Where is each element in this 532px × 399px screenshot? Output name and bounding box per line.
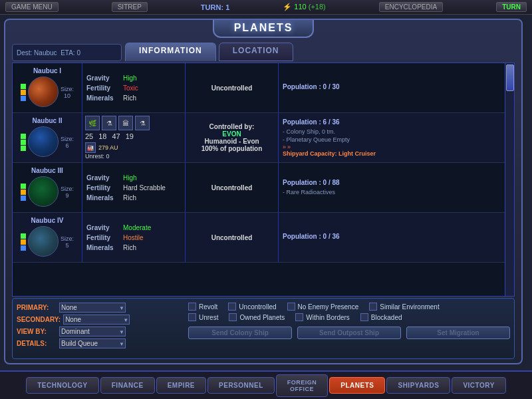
action-buttons: Send Colony Ship Send Outpost Ship Set M… [188,327,510,339]
bottom-controls: PRIMARY: None ▼ SECONDARY: None [12,298,515,359]
minerals-value: Rich [123,94,136,102]
checkbox-box[interactable] [287,303,295,311]
nav-tab-foreign-office[interactable]: FOREIGNOFFICE [276,374,329,397]
checkbox-box[interactable] [188,313,196,321]
population-text: Population : 0 / 88 [283,179,510,186]
nav-tab-personnel[interactable]: PERSONNEL [207,377,275,394]
navigation-row: Dest: Naubuc ETA: 0 [12,44,122,61]
planet-icon2: 🏭 [85,142,96,153]
fertility-bar [21,90,26,95]
main-area: PLANETS Dest: Naubuc ETA: 0 INFORMATION … [0,15,532,370]
planets-panel: PLANETS Dest: Naubuc ETA: 0 INFORMATION … [4,19,523,364]
send-outpost-ship-button[interactable]: Send Outpost Ship [297,327,401,339]
nav-tab-shipyards[interactable]: SHIPYARDS [386,377,450,394]
planet-image-cell: Naubuc IV Size: 5 [13,213,82,262]
env-bars [21,184,26,201]
checkbox-label: Unrest [199,314,218,321]
unrest-checkbox[interactable]: Unrest [188,313,218,321]
blockaded-checkbox[interactable]: Blockaded [360,313,402,321]
au-distance: 279 AU [98,144,118,151]
gravity-value: High [123,74,137,82]
nav-dest: Dest: Naubuc [17,49,57,57]
control-status: Uncontrolled [211,84,253,92]
resource-icon: ⚡ [283,3,292,11]
resource-change: (+18) [309,3,326,11]
nav-tab-finance[interactable]: FINANCE [100,377,155,394]
checkbox-box[interactable] [228,303,236,311]
fertility-bar [21,190,26,195]
research-icon: ⚗ [135,116,150,130]
minerals-value: Rich [123,194,136,201]
mineral-bar [21,245,26,251]
no-enemy-checkbox[interactable]: No Enemy Presence [287,303,359,311]
nav-tab-planets[interactable]: PLANETS [329,377,385,394]
nav-tab-victory[interactable]: VICTORY [452,377,505,394]
checkbox-box[interactable] [188,303,196,311]
scrollbar-thumb[interactable] [506,65,514,91]
detail-1: - Rare Radioactives [283,189,510,196]
turn-button[interactable]: TURN [496,2,527,12]
tabs-row: INFORMATION LOCATION [125,43,515,61]
minerals-value: Rich [123,244,136,251]
uncontrolled-checkbox[interactable]: Uncontrolled [228,303,276,311]
planet-visual [28,76,59,107]
gravity-label: Gravity [86,74,123,82]
planet-image-cell: Naubuc I Size: 10 [13,63,82,112]
size-label: Size: [61,235,74,242]
encyclopedia-button[interactable]: ENCYCLOPEDIA [379,2,443,12]
gravity-bar [21,184,26,189]
set-migration-button[interactable]: Set Migration [406,327,510,339]
revolt-checkbox[interactable]: Revolt [188,303,217,311]
planets-table: Naubuc I Size: 10 [12,63,515,297]
fertility-stat: Fertility Toxic [86,84,181,92]
within-borders-checkbox[interactable]: Within Borders [295,313,350,321]
top-bar: GAME MENU SITREP TURN: 1 ⚡ 110 (+18) ENC… [0,0,532,15]
gravity-value: Moderate [123,224,151,231]
checkbox-box[interactable] [360,313,368,321]
planet-info-cell: Population : 0 / 88 - Rare Radioactives [279,163,514,212]
details-filter-select[interactable]: Build Queue [59,338,126,348]
planet-control-cell: Controlled by: EVON Humanoid - Evon 100%… [186,113,279,162]
owned-planets-checkbox[interactable]: Owned Planets [229,313,285,321]
planet-stats-cell: Gravity High Fertility Hard Scrabble Min… [82,163,186,212]
planet-name: Naubuc II [32,117,62,124]
resource-amount: 110 [294,3,306,11]
game-menu-button[interactable]: GAME MENU [5,2,59,12]
minerals-stat: Minerals Rich [86,94,181,102]
gravity-stat: Gravity Moderate [86,224,181,231]
gravity-label: Gravity [86,224,123,231]
planet-name: Naubuc III [31,167,63,174]
planet-control-cell: Uncontrolled [186,163,279,212]
secondary-filter-select[interactable]: None [63,315,130,325]
stat-val-2: 18 [98,132,106,140]
checkbox-box[interactable] [229,313,237,321]
unrest-display: Unrest: 0 [85,153,182,160]
nav-tab-empire[interactable]: EMPIRE [156,377,206,394]
checkbox-box[interactable] [369,303,377,311]
viewby-filter-select[interactable]: Dominant [59,327,126,336]
minerals-stat: Minerals Rich [86,244,181,251]
viewby-filter-label: VIEW BY: [17,328,57,335]
checkbox-box[interactable] [295,313,303,321]
sitrep-button[interactable]: SITREP [112,2,148,12]
table-row: Naubuc IV Size: 5 [13,213,514,263]
gravity-bar [21,134,26,139]
primary-filter-select[interactable]: None [59,303,126,313]
planet-image-cell: Naubuc II Size: 6 [13,113,82,162]
checkbox-label: Revolt [199,303,217,311]
tab-location[interactable]: LOCATION [219,43,293,61]
bottom-nav: TECHNOLOGY FINANCE EMPIRE PERSONNEL FORE… [0,370,532,399]
gravity-label: Gravity [86,174,123,182]
primary-filter-label: PRIMARY: [17,304,57,311]
checkbox-label: Within Borders [306,314,350,321]
tab-information[interactable]: INFORMATION [125,43,216,61]
shipyard-capacity: Shipyard Capacity: Light Cruiser [283,150,510,157]
turn-indicator: TURN: 1 [201,3,229,11]
checkbox-label: Blockaded [371,314,402,321]
similar-env-checkbox[interactable]: Similar Environment [369,303,439,311]
table-row: Naubuc I Size: 10 [13,63,514,113]
fertility-stat: Fertility Hard Scrabble [86,184,181,192]
send-colony-ship-button[interactable]: Send Colony Ship [188,327,292,339]
nav-tab-technology[interactable]: TECHNOLOGY [26,377,99,394]
scrollbar[interactable] [505,63,514,296]
